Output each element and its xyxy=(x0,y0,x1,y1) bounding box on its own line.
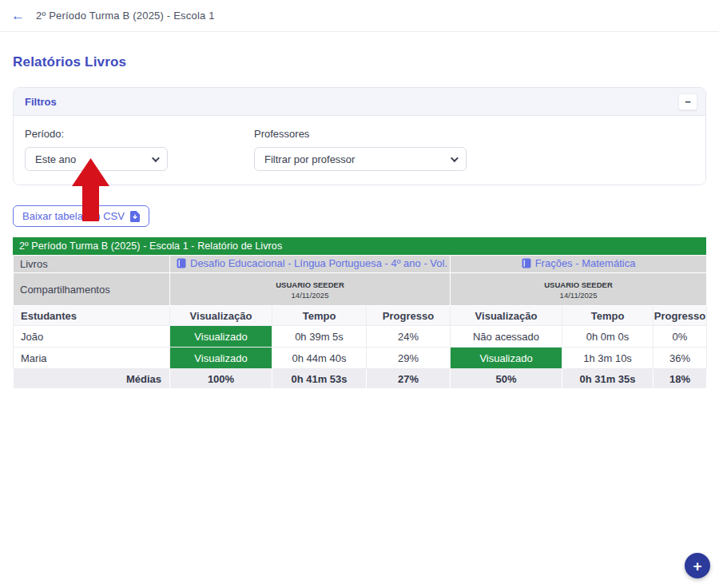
share-user: USUARIO SEEDER xyxy=(457,280,700,291)
columns-header-row: Estudantes Visualização Tempo Progresso … xyxy=(14,306,707,326)
filters-title: Filtros xyxy=(25,96,57,108)
avg-time-cell: 0h 31m 35s xyxy=(562,369,653,389)
view-status-badge: Visualizado xyxy=(170,326,272,348)
averages-label: Médias xyxy=(14,369,170,389)
time-cell: 0h 0m 0s xyxy=(562,326,653,348)
column-header-tempo: Tempo xyxy=(562,306,653,326)
student-name: João xyxy=(14,326,170,348)
share-cell: USUARIO SEEDER 14/11/2025 xyxy=(170,273,451,306)
view-status-badge: Visualizado xyxy=(451,348,562,369)
breadcrumb-title: 2º Período Turma B (2025) - Escola 1 xyxy=(36,10,215,22)
progress-cell: 36% xyxy=(653,348,707,369)
chevron-down-icon xyxy=(152,154,160,162)
shares-row-label: Compartilhamentos xyxy=(14,273,170,306)
avg-progress-cell: 18% xyxy=(653,369,707,389)
period-field: Período: Este ano xyxy=(25,128,168,171)
averages-row: Médias 100% 0h 41m 53s 27% 50% 0h 31m 35… xyxy=(14,369,707,389)
column-header-visualizacao: Visualização xyxy=(451,306,562,326)
report-title-bar: 2º Período Turma B (2025) - Escola 1 - R… xyxy=(13,237,706,255)
student-name: Maria xyxy=(14,348,170,369)
view-status-cell: Não acessado xyxy=(451,326,562,348)
page-title: Relatórios Livros xyxy=(13,54,706,70)
avg-view-cell: 50% xyxy=(451,369,562,389)
book-cell: Desafio Educacional - Língua Portuguesa … xyxy=(170,256,451,273)
professors-select[interactable]: Filtrar por professor xyxy=(254,147,467,171)
professors-select-placeholder: Filtrar por professor xyxy=(264,153,355,165)
file-download-icon xyxy=(130,211,140,222)
share-user: USUARIO SEEDER xyxy=(177,280,443,291)
chevron-down-icon xyxy=(451,154,459,162)
column-header-progresso: Progresso xyxy=(653,306,707,326)
book-cell: Frações - Matemática xyxy=(451,256,707,273)
period-select-value: Este ano xyxy=(35,153,76,165)
collapse-filters-button[interactable]: − xyxy=(678,93,697,110)
professors-label: Professores xyxy=(254,128,467,140)
avg-time-cell: 0h 41m 53s xyxy=(272,369,367,389)
professors-field: Professores Filtrar por professor xyxy=(254,128,467,171)
books-row-label: Livros xyxy=(14,256,170,273)
avg-view-cell: 100% xyxy=(170,369,272,389)
progress-cell: 24% xyxy=(367,326,451,348)
book-title: Frações - Matemática xyxy=(535,257,636,269)
column-header-tempo: Tempo xyxy=(272,306,367,326)
period-label: Período: xyxy=(25,128,168,140)
period-select[interactable]: Este ano xyxy=(25,147,168,171)
avg-progress-cell: 27% xyxy=(367,369,451,389)
top-bar: ← 2º Período Turma B (2025) - Escola 1 xyxy=(0,0,719,32)
report-table: 2º Período Turma B (2025) - Escola 1 - R… xyxy=(13,237,706,389)
time-cell: 0h 39m 5s xyxy=(272,326,367,348)
progress-cell: 29% xyxy=(367,348,451,369)
student-row: Maria Visualizado 0h 44m 40s 29% Visuali… xyxy=(14,348,707,369)
download-csv-button[interactable]: Baixar tabela em CSV xyxy=(13,205,149,227)
column-header-visualizacao: Visualização xyxy=(170,306,272,326)
book-link[interactable]: Desafio Educacional - Língua Portuguesa … xyxy=(177,257,451,269)
column-header-progresso: Progresso xyxy=(367,306,451,326)
download-csv-label: Baixar tabela em CSV xyxy=(22,210,125,222)
books-row: Livros Desafio Educacional - Língua Port… xyxy=(14,256,707,273)
share-date: 14/11/2025 xyxy=(177,291,443,301)
shares-row: Compartilhamentos USUARIO SEEDER 14/11/2… xyxy=(14,273,707,306)
book-icon xyxy=(522,258,531,268)
view-status-badge: Visualizado xyxy=(170,348,272,369)
time-cell: 1h 3m 10s xyxy=(562,348,653,369)
book-link[interactable]: Frações - Matemática xyxy=(522,257,636,269)
time-cell: 0h 44m 40s xyxy=(272,348,367,369)
share-date: 14/11/2025 xyxy=(457,291,700,301)
book-title: Desafio Educacional - Língua Portuguesa … xyxy=(190,257,451,269)
student-row: João Visualizado 0h 39m 5s 24% Não acess… xyxy=(14,326,707,348)
add-fab-button[interactable]: + xyxy=(685,553,710,578)
share-cell: USUARIO SEEDER 14/11/2025 xyxy=(451,273,707,306)
filters-body: Período: Este ano Professores Filtrar po… xyxy=(14,116,705,185)
book-icon xyxy=(177,258,186,268)
back-arrow-icon[interactable]: ← xyxy=(11,9,25,22)
filters-card: Filtros − Período: Este ano Professores … xyxy=(13,87,706,185)
filters-header: Filtros − xyxy=(14,88,705,116)
students-header: Estudantes xyxy=(14,306,170,326)
progress-cell: 0% xyxy=(653,326,707,348)
